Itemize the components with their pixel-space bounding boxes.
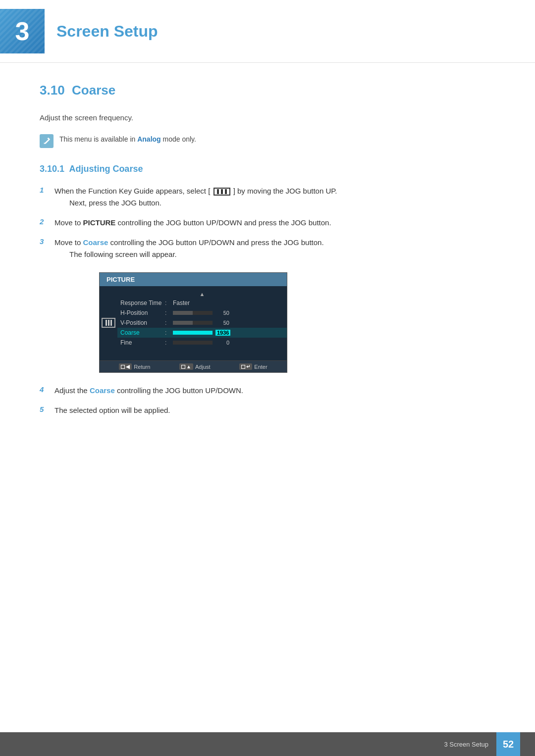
osd-body: ▲ Response Time : Faster H-Position : (100, 286, 287, 360)
page-title: Screen Setup (56, 22, 158, 41)
pencil-icon (42, 137, 51, 146)
footer-section-label: 3 Screen Setup (444, 741, 488, 748)
osd-enter-btn: ↵ Enter (239, 363, 267, 370)
note-icon (40, 134, 54, 148)
footer-page-number: 52 (496, 732, 520, 756)
steps-list: 1 When the Function Key Guide appears, s… (40, 185, 495, 260)
chapter-number: 3 (15, 18, 30, 44)
step-5-text: The selected option will be applied. (54, 404, 170, 416)
osd-title: PICTURE (100, 273, 287, 286)
step-2-number: 2 (40, 217, 49, 226)
steps-list-2: 4 Adjust the Coarse controlling the JOG … (40, 385, 495, 416)
osd-return-btn: ◀ Return (119, 363, 150, 370)
osd-screenshot: PICTURE ▲ Response Time : (99, 272, 287, 373)
step-1-number: 1 (40, 185, 49, 194)
osd-menu: ▲ Response Time : Faster H-Position : (117, 288, 287, 358)
osd-sidebar (100, 288, 117, 331)
step-1: 1 When the Function Key Guide appears, s… (40, 185, 495, 209)
page-header: 3 Screen Setup (0, 0, 535, 63)
step-3-number: 3 (40, 237, 49, 246)
osd-row-vposition: V-Position : 50 (117, 318, 287, 328)
step-1-text: When the Function Key Guide appears, sel… (54, 185, 337, 209)
step-2-text: Move to PICTURE controlling the JOG butt… (54, 217, 331, 229)
osd-row-response-time: Response Time : Faster (117, 298, 287, 308)
chapter-badge: 3 (0, 9, 45, 53)
step-5-number: 5 (40, 404, 49, 413)
page-footer: 3 Screen Setup 52 (0, 732, 535, 756)
osd-adjust-btn: ▲ Adjust (179, 363, 210, 370)
osd-row-fine: Fine : 0 (117, 338, 287, 348)
note-text: This menu is available in Analog mode on… (59, 134, 196, 145)
osd-up-arrow: ▲ (117, 290, 287, 298)
step-3-sub: The following screen will appear. (69, 250, 177, 258)
section-title: 3.10 Coarse (40, 83, 495, 98)
section-description: Adjust the screen frequency. (40, 112, 495, 124)
note-box: This menu is available in Analog mode on… (40, 134, 495, 148)
step-4-text: Adjust the Coarse controlling the JOG bu… (54, 385, 243, 397)
osd-screen: PICTURE ▲ Response Time : (99, 272, 287, 373)
subsection-title: 3.10.1 Adjusting Coarse (40, 164, 495, 174)
step-4-number: 4 (40, 385, 49, 394)
fn-key-icon (214, 188, 230, 196)
osd-footer: ◀ Return ▲ Adjust ↵ Enter (100, 360, 287, 372)
main-content: 3.10 Coarse Adjust the screen frequency.… (0, 63, 535, 448)
osd-row-hposition: H-Position : 50 (117, 308, 287, 318)
step-1-sub: Next, press the JOG button. (69, 199, 161, 207)
step-4: 4 Adjust the Coarse controlling the JOG … (40, 385, 495, 397)
step-3: 3 Move to Coarse controlling the JOG but… (40, 237, 495, 260)
step-5: 5 The selected option will be applied. (40, 404, 495, 416)
step-3-text: Move to Coarse controlling the JOG butto… (54, 237, 324, 260)
osd-sidebar-icon (102, 318, 115, 328)
osd-row-coarse: Coarse : 1936 (117, 328, 287, 338)
step-2: 2 Move to PICTURE controlling the JOG bu… (40, 217, 495, 229)
